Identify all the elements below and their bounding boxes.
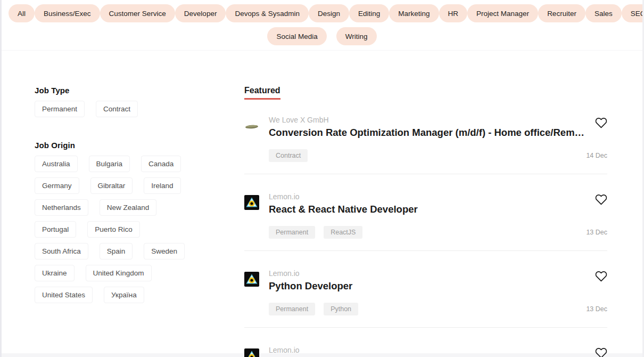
posted-date: 13 Dec bbox=[586, 305, 607, 313]
category-pill-recruiter[interactable]: Recruiter bbox=[538, 4, 585, 22]
job-tags: PermanentPython bbox=[269, 303, 358, 315]
filters-sidebar: Job Type PermanentContract Job Origin Au… bbox=[35, 86, 210, 357]
job-origin-title: Job Origin bbox=[35, 141, 210, 150]
category-pill-social-media[interactable]: Social Media bbox=[267, 27, 326, 45]
job-info: Lemon.ioReact & React Native Developer bbox=[269, 193, 589, 216]
job-card-header: We Love X GmbHConversion Rate Optimizati… bbox=[244, 116, 607, 139]
job-tag-reactjs: ReactJS bbox=[324, 226, 362, 239]
job-tag-permanent: Permanent bbox=[269, 303, 315, 315]
job-meta-row: PermanentPython13 Dec bbox=[269, 303, 607, 315]
job-type-options: PermanentContract bbox=[35, 101, 186, 117]
filter-chip-bulgaria[interactable]: Bulgaria bbox=[89, 156, 130, 172]
filter-chip-united-states[interactable]: United States bbox=[35, 287, 93, 303]
category-pill-sales[interactable]: Sales bbox=[585, 4, 622, 22]
job-card: Lemon.ioReact & React Native DeveloperPe… bbox=[244, 193, 607, 251]
category-row-1: AllBusiness/ExecCustomer ServiceDevelope… bbox=[9, 4, 635, 22]
job-meta-row: PermanentReactJS13 Dec bbox=[269, 226, 607, 239]
job-card: Lemon.io bbox=[244, 346, 607, 357]
job-tags: PermanentReactJS bbox=[269, 226, 362, 239]
filter-chip-united-kingdom[interactable]: United Kingdom bbox=[86, 265, 152, 281]
filter-chip-gibraltar[interactable]: Gibraltar bbox=[90, 177, 133, 194]
filter-chip-permanent[interactable]: Permanent bbox=[35, 101, 85, 117]
job-card: Lemon.ioPython DeveloperPermanentPython1… bbox=[244, 270, 607, 328]
category-filter-bar: AllBusiness/ExecCustomer ServiceDevelope… bbox=[0, 0, 644, 51]
filter-chip-canada[interactable]: Canada bbox=[141, 156, 181, 172]
page-content: Job Type PermanentContract Job Origin Au… bbox=[0, 51, 644, 357]
category-pill-developer[interactable]: Developer bbox=[175, 4, 226, 22]
lemon-io-logo bbox=[244, 272, 259, 287]
job-type-title: Job Type bbox=[35, 86, 210, 95]
job-card-header: Lemon.ioReact & React Native Developer bbox=[244, 193, 607, 216]
filter-chip-contract[interactable]: Contract bbox=[96, 101, 138, 117]
category-pill-editing[interactable]: Editing bbox=[349, 4, 389, 22]
company-name: We Love X GmbH bbox=[269, 116, 589, 124]
window-left-edge bbox=[0, 0, 2, 357]
job-info: We Love X GmbHConversion Rate Optimizati… bbox=[269, 116, 589, 139]
job-card-header: Lemon.io bbox=[244, 346, 607, 357]
category-pill-customer-service[interactable]: Customer Service bbox=[100, 4, 175, 22]
category-pill-design[interactable]: Design bbox=[309, 4, 349, 22]
job-title-link[interactable]: React & React Native Developer bbox=[269, 203, 589, 216]
heart-icon bbox=[595, 122, 607, 130]
category-pill-marketing[interactable]: Marketing bbox=[389, 4, 439, 22]
job-card-header: Lemon.ioPython Developer bbox=[244, 270, 607, 293]
category-pill-project-manager[interactable]: Project Manager bbox=[467, 4, 538, 22]
filter-chip-ireland[interactable]: Ireland bbox=[144, 177, 180, 194]
job-tag-contract: Contract bbox=[269, 149, 308, 162]
category-pill-devops-sysadmin[interactable]: Devops & Sysadmin bbox=[226, 4, 309, 22]
filter-chip-new-zealand[interactable]: New Zealand bbox=[100, 199, 157, 216]
category-pill-writing[interactable]: Writing bbox=[336, 27, 377, 45]
job-origin-section: Job Origin AustraliaBulgariaCanadaGerman… bbox=[35, 141, 210, 303]
favorite-heart-button[interactable] bbox=[595, 347, 607, 357]
lemon-io-logo bbox=[244, 195, 259, 210]
job-card: We Love X GmbHConversion Rate Optimizati… bbox=[244, 116, 607, 174]
job-info: Lemon.ioPython Developer bbox=[269, 270, 589, 293]
job-tag-python: Python bbox=[324, 303, 358, 315]
job-meta-row: Contract14 Dec bbox=[269, 149, 607, 162]
filter-chip-sweden[interactable]: Sweden bbox=[144, 243, 185, 259]
category-pill-hr[interactable]: HR bbox=[439, 4, 468, 22]
job-title-link[interactable]: Python Developer bbox=[269, 280, 589, 293]
we-love-x-logo bbox=[244, 118, 259, 133]
company-name: Lemon.io bbox=[269, 270, 589, 278]
filter-chip-south-africa[interactable]: South Africa bbox=[35, 243, 88, 259]
heart-icon bbox=[595, 199, 607, 207]
heart-icon bbox=[595, 275, 607, 283]
filter-chip-spain[interactable]: Spain bbox=[100, 243, 133, 259]
filter-chip-україна[interactable]: Україна bbox=[104, 287, 144, 303]
category-pill-business-exec[interactable]: Business/Exec bbox=[35, 4, 100, 22]
job-title-link[interactable]: Conversion Rate Optimization Manager (m/… bbox=[269, 126, 589, 139]
company-name: Lemon.io bbox=[269, 346, 589, 354]
job-list: We Love X GmbHConversion Rate Optimizati… bbox=[244, 116, 607, 357]
favorite-heart-button[interactable] bbox=[595, 271, 607, 283]
filter-chip-netherlands[interactable]: Netherlands bbox=[35, 199, 88, 216]
heart-icon bbox=[595, 352, 607, 357]
lemon-io-logo bbox=[244, 348, 259, 357]
job-tag-permanent: Permanent bbox=[269, 226, 315, 239]
filter-chip-australia[interactable]: Australia bbox=[35, 156, 78, 172]
favorite-heart-button[interactable] bbox=[595, 117, 607, 130]
company-name: Lemon.io bbox=[269, 193, 589, 201]
filter-chip-puerto-rico[interactable]: Puerto Rico bbox=[87, 221, 140, 238]
job-type-section: Job Type PermanentContract bbox=[35, 86, 210, 117]
filter-chip-ukraine[interactable]: Ukraine bbox=[35, 265, 75, 281]
category-row-2: Social MediaWriting bbox=[9, 27, 635, 45]
job-info: Lemon.io bbox=[269, 346, 589, 354]
posted-date: 14 Dec bbox=[586, 152, 607, 159]
job-tags: Contract bbox=[269, 149, 308, 162]
filter-chip-germany[interactable]: Germany bbox=[35, 177, 79, 194]
category-pill-seo[interactable]: SEO bbox=[622, 4, 644, 22]
featured-tab[interactable]: Featured bbox=[244, 86, 280, 100]
filter-chip-portugal[interactable]: Portugal bbox=[35, 221, 76, 238]
job-origin-options: AustraliaBulgariaCanadaGermanyGibraltarI… bbox=[35, 156, 186, 303]
category-pill-all[interactable]: All bbox=[9, 4, 35, 22]
favorite-heart-button[interactable] bbox=[595, 194, 607, 207]
job-list-panel: Featured We Love X GmbHConversion Rate O… bbox=[244, 86, 607, 357]
posted-date: 13 Dec bbox=[586, 229, 607, 236]
